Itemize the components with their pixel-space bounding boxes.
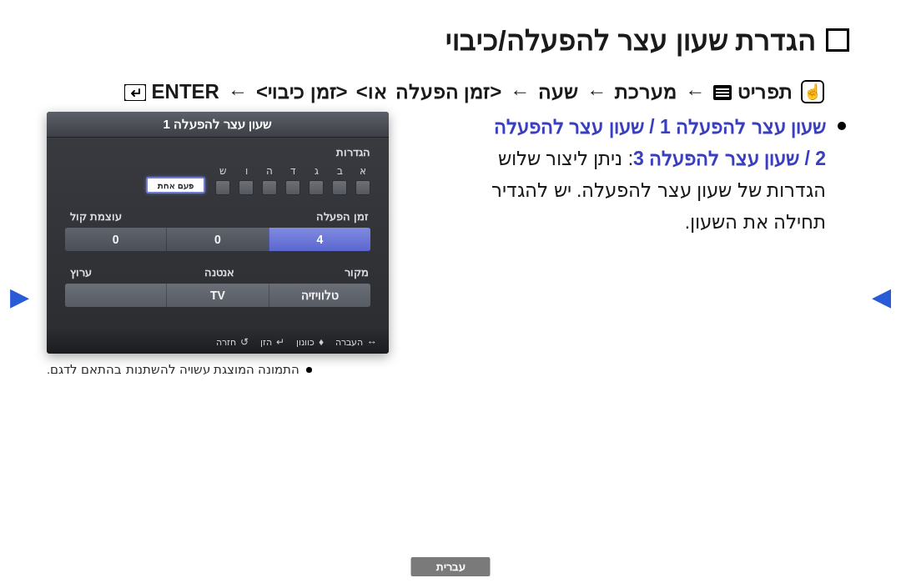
label-antenna: אנטנה [169, 266, 269, 279]
caption-row: התמונה המוצגת עשויה להשתנות בהתאם לדגם. [47, 362, 389, 377]
label-channel: ערוץ [67, 266, 169, 279]
time-min-cell[interactable]: 0 [166, 228, 268, 251]
bc-offtime-group: <זמן כיבוי> [256, 80, 348, 103]
footer-move: ↔העברה [335, 336, 377, 348]
day-checkbox[interactable] [355, 180, 370, 195]
day-checkbox[interactable] [332, 180, 347, 195]
time-row-labels: זמן הפעלה עוצמת קול [65, 210, 370, 223]
day-label: ה [266, 165, 273, 177]
day-checkbox[interactable] [239, 180, 254, 195]
caption-bullet-icon [306, 367, 312, 373]
bc-enter: ENTER [152, 80, 219, 103]
bc-arrow-4: ← [228, 80, 248, 103]
svg-rect-3 [716, 95, 729, 97]
dialog-footer: ↔העברה ♦כוונון ↵הזן ↺חזרה [47, 330, 389, 354]
page-title-row: הגדרת שעון עצר להפעלה/כיבוי [47, 23, 854, 57]
svg-rect-1 [716, 88, 729, 90]
volume-cell[interactable]: 0 [65, 228, 166, 251]
footer-adjust-label: כוונון [296, 337, 315, 348]
enter-small-icon: ↵ [276, 336, 284, 348]
day-checkbox[interactable] [309, 180, 324, 195]
plain-line-3: הגדרות של שעון עצר להפעלה. יש להגדיר [491, 179, 826, 201]
label-blank [169, 210, 269, 223]
source-value-row: טלוויזיה TV [65, 284, 370, 307]
footer-return: ↺חזרה [216, 336, 249, 348]
days-grid: א ב ג ד ה ו ש [215, 165, 370, 195]
bullet-icon [838, 122, 846, 130]
nav-prev-arrow[interactable]: ◀ [872, 282, 891, 311]
bc-ontime-group: <זמן הפעלה [395, 80, 502, 103]
bc-arrow-1: ← [685, 80, 705, 103]
angle-open-1: < [490, 80, 501, 103]
emph-line-1: שעון עצר להפעלה 1 / שעון עצר להפעלה [494, 116, 826, 138]
day-label: ו [245, 165, 248, 177]
return-icon: ↺ [240, 336, 249, 348]
once-button[interactable]: פעם אחת [146, 177, 205, 193]
channel-cell[interactable] [65, 284, 166, 307]
footer-enter: ↵הזן [260, 336, 284, 348]
dialog-header: שעון עצר להפעלה 1 [47, 112, 389, 138]
nav-next-arrow[interactable]: ▶ [10, 282, 29, 311]
day-label: ד [290, 165, 296, 177]
label-source: מקור [269, 266, 369, 279]
bc-arrow-2: ← [586, 80, 607, 103]
finger-icon: ☝ [801, 80, 824, 103]
antenna-cell[interactable]: TV [166, 284, 268, 307]
plain-line-4: תחילה את השעון. [685, 211, 826, 233]
bc-enter-group: ENTER [124, 80, 219, 103]
label-volume: עוצמת קול [67, 210, 169, 223]
bc-off-time: זמן כיבוי [268, 80, 336, 103]
angle-close-2: > [256, 80, 268, 103]
time-value-row: 4 0 0 [65, 228, 370, 251]
adjust-icon: ♦ [319, 336, 324, 348]
angle-open-2: < [336, 80, 348, 103]
settings-dialog: שעון עצר להפעלה 1 הגדרות א ב ג ד ה ו ש [47, 112, 389, 354]
day-label: ב [337, 165, 343, 177]
day-checkbox[interactable] [262, 180, 277, 195]
svg-rect-2 [716, 92, 729, 93]
day-label: ש [219, 165, 227, 177]
footer-return-label: חזרה [216, 337, 236, 348]
page-title: הגדרת שעון עצר להפעלה/כיבוי [445, 23, 816, 57]
description-text: שעון עצר להפעלה 1 / שעון עצר להפעלה 2 / … [409, 112, 854, 239]
source-row-labels: מקור אנטנה ערוץ [65, 266, 370, 279]
bc-or: או [368, 80, 387, 103]
footer-move-label: העברה [335, 337, 363, 348]
angle-close-1: > [356, 80, 368, 103]
source-cell[interactable]: טלוויזיה [269, 284, 370, 307]
plain-line-2: : ניתן ליצור שלוש [498, 148, 634, 169]
footer-adjust: ♦כוונון [296, 336, 324, 348]
day-label: א [360, 165, 366, 177]
bc-menu-label: תפריט [737, 80, 793, 103]
settings-label: הגדרות [65, 146, 370, 158]
day-checkbox[interactable] [215, 180, 230, 195]
bc-on-time: זמן הפעלה [395, 80, 491, 103]
day-label: ג [315, 165, 319, 177]
menu-icon [713, 85, 732, 100]
bc-or-group: או> [356, 80, 387, 103]
footer-enter-label: הזן [260, 337, 272, 348]
bc-time: שעה [538, 80, 578, 103]
language-pill: עברית [411, 557, 491, 576]
bc-system: מערכת [615, 80, 677, 103]
label-on-time: זמן הפעלה [269, 210, 369, 223]
enter-icon [124, 84, 146, 101]
day-checkbox[interactable] [285, 180, 300, 195]
emph-line-2: 2 / שעון עצר להפעלה 3 [633, 148, 826, 169]
move-icon: ↔ [367, 336, 377, 348]
time-hour-cell[interactable]: 4 [269, 228, 370, 251]
title-checkbox-icon [826, 28, 849, 52]
caption-text: התמונה המוצגת עשויה להשתנות בהתאם לדגם. [47, 362, 299, 377]
bc-arrow-3: ← [510, 80, 530, 103]
bc-menu: תפריט [713, 80, 793, 103]
breadcrumb: ☝ תפריט ← מערכת ← שעה ← <זמן הפעלה או> <… [47, 80, 854, 103]
